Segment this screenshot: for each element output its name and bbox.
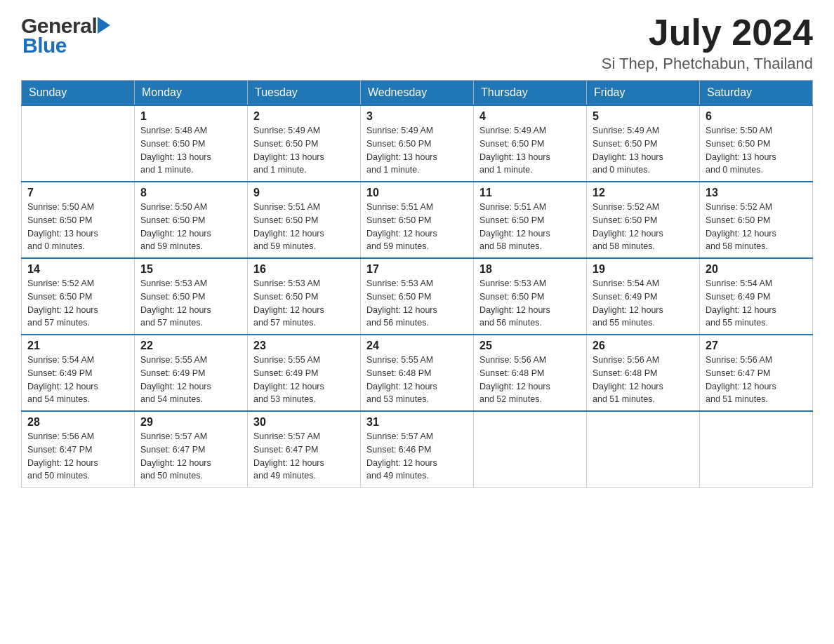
day-number: 4 (479, 110, 581, 123)
calendar-cell: 22Sunrise: 5:55 AM Sunset: 6:49 PM Dayli… (135, 335, 248, 411)
day-number: 13 (706, 187, 807, 199)
weekday-header-tuesday: Tuesday (248, 81, 361, 106)
svg-marker-0 (98, 17, 110, 34)
day-info: Sunrise: 5:55 AM Sunset: 6:49 PM Dayligh… (253, 354, 355, 406)
day-number: 30 (253, 416, 355, 429)
day-number: 7 (27, 187, 128, 199)
day-info: Sunrise: 5:49 AM Sunset: 6:50 PM Dayligh… (366, 124, 468, 177)
calendar-cell (700, 411, 813, 488)
calendar-cell: 28Sunrise: 5:56 AM Sunset: 6:47 PM Dayli… (22, 411, 135, 488)
calendar-week-row: 7Sunrise: 5:50 AM Sunset: 6:50 PM Daylig… (22, 182, 813, 258)
day-info: Sunrise: 5:54 AM Sunset: 6:49 PM Dayligh… (27, 354, 128, 406)
calendar-cell: 27Sunrise: 5:56 AM Sunset: 6:47 PM Dayli… (700, 335, 813, 411)
calendar-cell: 17Sunrise: 5:53 AM Sunset: 6:50 PM Dayli… (361, 258, 474, 335)
day-info: Sunrise: 5:50 AM Sunset: 6:50 PM Dayligh… (27, 201, 128, 253)
calendar-cell: 6Sunrise: 5:50 AM Sunset: 6:50 PM Daylig… (700, 105, 813, 182)
weekday-header-monday: Monday (135, 81, 248, 106)
day-info: Sunrise: 5:52 AM Sunset: 6:50 PM Dayligh… (593, 201, 694, 253)
day-info: Sunrise: 5:51 AM Sunset: 6:50 PM Dayligh… (366, 201, 468, 253)
calendar-cell: 8Sunrise: 5:50 AM Sunset: 6:50 PM Daylig… (135, 182, 248, 258)
day-number: 26 (593, 340, 694, 352)
calendar-cell: 26Sunrise: 5:56 AM Sunset: 6:48 PM Dayli… (587, 335, 700, 411)
day-number: 6 (706, 110, 807, 123)
day-number: 24 (366, 340, 468, 352)
day-info: Sunrise: 5:57 AM Sunset: 6:47 PM Dayligh… (253, 430, 355, 483)
day-info: Sunrise: 5:54 AM Sunset: 6:49 PM Dayligh… (706, 277, 807, 330)
calendar-cell: 11Sunrise: 5:51 AM Sunset: 6:50 PM Dayli… (474, 182, 587, 258)
day-number: 29 (140, 416, 241, 429)
calendar-cell: 14Sunrise: 5:52 AM Sunset: 6:50 PM Dayli… (22, 258, 135, 335)
calendar-cell: 13Sunrise: 5:52 AM Sunset: 6:50 PM Dayli… (700, 182, 813, 258)
day-info: Sunrise: 5:55 AM Sunset: 6:48 PM Dayligh… (366, 354, 468, 406)
calendar-cell: 5Sunrise: 5:49 AM Sunset: 6:50 PM Daylig… (587, 105, 700, 182)
day-info: Sunrise: 5:56 AM Sunset: 6:47 PM Dayligh… (27, 430, 128, 483)
calendar-cell: 9Sunrise: 5:51 AM Sunset: 6:50 PM Daylig… (248, 182, 361, 258)
calendar-cell: 16Sunrise: 5:53 AM Sunset: 6:50 PM Dayli… (248, 258, 361, 335)
calendar-cell: 29Sunrise: 5:57 AM Sunset: 6:47 PM Dayli… (135, 411, 248, 488)
calendar-week-row: 21Sunrise: 5:54 AM Sunset: 6:49 PM Dayli… (22, 335, 813, 411)
weekday-header-wednesday: Wednesday (361, 81, 474, 106)
calendar-cell: 24Sunrise: 5:55 AM Sunset: 6:48 PM Dayli… (361, 335, 474, 411)
calendar-week-row: 28Sunrise: 5:56 AM Sunset: 6:47 PM Dayli… (22, 411, 813, 488)
day-info: Sunrise: 5:52 AM Sunset: 6:50 PM Dayligh… (27, 277, 128, 330)
day-number: 22 (140, 340, 241, 352)
day-number: 14 (27, 263, 128, 276)
calendar-cell: 4Sunrise: 5:49 AM Sunset: 6:50 PM Daylig… (474, 105, 587, 182)
day-info: Sunrise: 5:56 AM Sunset: 6:47 PM Dayligh… (706, 354, 807, 406)
day-number: 1 (140, 110, 241, 123)
calendar-cell: 19Sunrise: 5:54 AM Sunset: 6:49 PM Dayli… (587, 258, 700, 335)
day-info: Sunrise: 5:51 AM Sunset: 6:50 PM Dayligh… (479, 201, 581, 253)
day-number: 25 (479, 340, 581, 352)
day-number: 12 (593, 187, 694, 199)
location-subtitle: Si Thep, Phetchabun, Thailand (602, 55, 813, 73)
calendar-cell (587, 411, 700, 488)
calendar-cell (22, 105, 135, 182)
weekday-header-sunday: Sunday (22, 81, 135, 106)
day-number: 8 (140, 187, 241, 199)
day-number: 3 (366, 110, 468, 123)
calendar-cell: 30Sunrise: 5:57 AM Sunset: 6:47 PM Dayli… (248, 411, 361, 488)
calendar-cell: 23Sunrise: 5:55 AM Sunset: 6:49 PM Dayli… (248, 335, 361, 411)
day-number: 20 (706, 263, 807, 276)
day-info: Sunrise: 5:50 AM Sunset: 6:50 PM Dayligh… (706, 124, 807, 177)
weekday-header-row: SundayMondayTuesdayWednesdayThursdayFrid… (22, 81, 813, 106)
calendar-cell: 1Sunrise: 5:48 AM Sunset: 6:50 PM Daylig… (135, 105, 248, 182)
day-number: 5 (593, 110, 694, 123)
day-number: 19 (593, 263, 694, 276)
logo-triangle-icon (98, 15, 113, 35)
calendar-cell: 10Sunrise: 5:51 AM Sunset: 6:50 PM Dayli… (361, 182, 474, 258)
day-number: 18 (479, 263, 581, 276)
page-header: General Blue July 2024 Si Thep, Phetchab… (21, 14, 813, 73)
calendar-week-row: 1Sunrise: 5:48 AM Sunset: 6:50 PM Daylig… (22, 105, 813, 182)
day-info: Sunrise: 5:57 AM Sunset: 6:46 PM Dayligh… (366, 430, 468, 483)
day-number: 27 (706, 340, 807, 352)
day-info: Sunrise: 5:49 AM Sunset: 6:50 PM Dayligh… (253, 124, 355, 177)
logo: General Blue (21, 14, 113, 58)
day-number: 31 (366, 416, 468, 429)
calendar-cell: 15Sunrise: 5:53 AM Sunset: 6:50 PM Dayli… (135, 258, 248, 335)
day-info: Sunrise: 5:48 AM Sunset: 6:50 PM Dayligh… (140, 124, 241, 177)
day-number: 9 (253, 187, 355, 199)
calendar-cell: 31Sunrise: 5:57 AM Sunset: 6:46 PM Dayli… (361, 411, 474, 488)
month-year-title: July 2024 (602, 14, 813, 51)
weekday-header-friday: Friday (587, 81, 700, 106)
day-info: Sunrise: 5:53 AM Sunset: 6:50 PM Dayligh… (366, 277, 468, 330)
day-number: 10 (366, 187, 468, 199)
day-info: Sunrise: 5:56 AM Sunset: 6:48 PM Dayligh… (479, 354, 581, 406)
calendar-cell (474, 411, 587, 488)
calendar-table: SundayMondayTuesdayWednesdayThursdayFrid… (21, 80, 813, 488)
day-number: 21 (27, 340, 128, 352)
calendar-cell: 20Sunrise: 5:54 AM Sunset: 6:49 PM Dayli… (700, 258, 813, 335)
day-info: Sunrise: 5:49 AM Sunset: 6:50 PM Dayligh… (479, 124, 581, 177)
calendar-cell: 18Sunrise: 5:53 AM Sunset: 6:50 PM Dayli… (474, 258, 587, 335)
day-info: Sunrise: 5:51 AM Sunset: 6:50 PM Dayligh… (253, 201, 355, 253)
logo-blue-text: Blue (22, 34, 67, 58)
title-section: July 2024 Si Thep, Phetchabun, Thailand (602, 14, 813, 73)
day-info: Sunrise: 5:53 AM Sunset: 6:50 PM Dayligh… (140, 277, 241, 330)
day-number: 23 (253, 340, 355, 352)
calendar-cell: 3Sunrise: 5:49 AM Sunset: 6:50 PM Daylig… (361, 105, 474, 182)
day-number: 28 (27, 416, 128, 429)
day-info: Sunrise: 5:49 AM Sunset: 6:50 PM Dayligh… (593, 124, 694, 177)
day-info: Sunrise: 5:56 AM Sunset: 6:48 PM Dayligh… (593, 354, 694, 406)
weekday-header-saturday: Saturday (700, 81, 813, 106)
